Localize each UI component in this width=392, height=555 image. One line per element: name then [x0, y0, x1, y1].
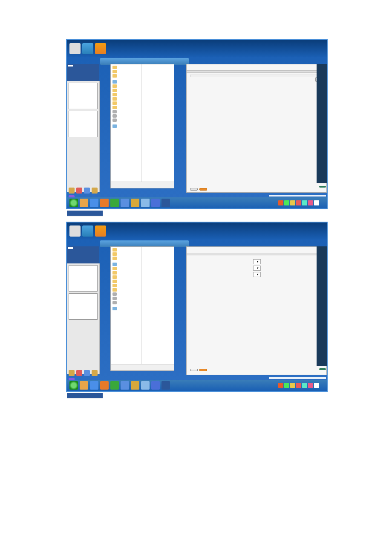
next-button[interactable] — [199, 188, 207, 191]
tray-icon[interactable] — [284, 200, 289, 205]
tree-pc-item[interactable] — [112, 118, 141, 122]
taskbar-app-icon[interactable] — [141, 199, 150, 207]
tray-icon[interactable] — [314, 383, 319, 388]
word-tab-insert[interactable] — [79, 65, 84, 66]
taskbar-app-icon[interactable] — [151, 199, 160, 207]
tree-pc-item[interactable] — [112, 105, 141, 110]
taskbar-app-icon[interactable] — [121, 199, 129, 207]
drive-select[interactable]: ▾ — [253, 259, 261, 264]
tree-pc-item[interactable] — [112, 292, 141, 296]
tree-pc-item[interactable] — [112, 110, 141, 114]
taskbar — [67, 380, 327, 391]
tree-pc-item[interactable] — [112, 271, 141, 275]
doc-number — [67, 216, 103, 217]
tray-icon[interactable] — [314, 200, 319, 205]
taskbar-app-icon[interactable] — [110, 381, 119, 390]
tray-icon[interactable] — [296, 200, 301, 205]
file-explorer — [110, 246, 174, 371]
ie-icon[interactable] — [82, 43, 93, 54]
tree-pc-item[interactable] — [112, 114, 141, 118]
firefox-icon[interactable] — [95, 43, 106, 54]
location-path — [257, 77, 314, 82]
firefox-icon[interactable] — [95, 225, 106, 237]
chevron-down-icon: ▾ — [257, 266, 259, 270]
tree-pc-item[interactable] — [112, 88, 141, 92]
server-version-badge — [319, 365, 326, 371]
taskbar-app-icon[interactable] — [131, 381, 139, 390]
tree-pc-item[interactable] — [112, 266, 141, 271]
tree-desktop[interactable] — [112, 248, 141, 252]
word-tab-file[interactable] — [68, 247, 73, 249]
tree-pc-item[interactable] — [112, 296, 141, 301]
back-button[interactable] — [190, 188, 198, 191]
tree-pc-item[interactable] — [112, 84, 141, 88]
dock-icon[interactable] — [69, 225, 81, 237]
dock-icon[interactable] — [69, 43, 81, 54]
taskbar-app-icon[interactable] — [121, 381, 129, 390]
drive-select[interactable]: ▾ — [253, 266, 261, 271]
word-tab-home[interactable] — [73, 65, 78, 66]
tray-icon[interactable] — [290, 383, 295, 388]
tree-pc-item[interactable] — [112, 101, 141, 105]
tree-downloads[interactable] — [112, 252, 141, 256]
word-tab-home[interactable] — [73, 247, 78, 249]
tool-icon[interactable] — [92, 188, 98, 194]
explorer-statusbar — [111, 182, 174, 188]
start-button[interactable] — [69, 381, 78, 390]
tree-thispc[interactable] — [112, 80, 141, 84]
tree-pc-item[interactable] — [112, 92, 141, 97]
taskbar-app-icon[interactable] — [141, 381, 150, 390]
document-thumbnail — [69, 293, 98, 320]
taskbar-explorer-icon[interactable] — [80, 381, 88, 390]
tree-thispc[interactable] — [112, 262, 141, 266]
taskbar-word-icon[interactable] — [161, 381, 170, 390]
taskbar-app-icon[interactable] — [131, 199, 139, 207]
next-button[interactable] — [199, 369, 207, 371]
start-button[interactable] — [69, 199, 78, 207]
word-tab-file[interactable] — [68, 65, 73, 66]
tool-icon[interactable] — [76, 370, 82, 376]
counter-badge — [319, 368, 326, 370]
tree-desktop[interactable] — [112, 65, 141, 69]
tree-network[interactable] — [112, 306, 141, 311]
ie-icon[interactable] — [82, 225, 93, 237]
tree-pc-item[interactable] — [112, 288, 141, 292]
tree-pc-item[interactable] — [112, 301, 141, 305]
tool-icon[interactable] — [84, 188, 90, 194]
tree-recent[interactable] — [112, 74, 141, 78]
tray-icon[interactable] — [284, 383, 289, 388]
tool-icon[interactable] — [69, 188, 75, 194]
tray-icon[interactable] — [278, 383, 283, 388]
tool-icon[interactable] — [76, 188, 82, 194]
taskbar-app-icon[interactable] — [100, 199, 109, 207]
tray-icon[interactable] — [302, 200, 307, 205]
back-button[interactable] — [190, 369, 198, 371]
tree-pc-item[interactable] — [112, 283, 141, 288]
tree-pc-item[interactable] — [112, 275, 141, 279]
tray-icon[interactable] — [302, 383, 307, 388]
word-tab-insert[interactable] — [79, 247, 84, 249]
taskbar-app-icon[interactable] — [100, 381, 109, 390]
taskbar-ie-icon[interactable] — [90, 381, 98, 390]
taskbar-explorer-icon[interactable] — [80, 199, 88, 207]
tree-pc-item[interactable] — [112, 97, 141, 101]
tray-icon[interactable] — [308, 383, 313, 388]
taskbar-app-icon[interactable] — [151, 381, 160, 390]
tray-icon[interactable] — [296, 383, 301, 388]
drive-select[interactable]: ▾ — [253, 272, 261, 277]
tree-pc-item[interactable] — [112, 279, 141, 283]
tool-icon[interactable] — [84, 370, 90, 376]
tool-icon[interactable] — [92, 370, 98, 376]
tree-recent[interactable] — [112, 256, 141, 260]
tray-icon[interactable] — [278, 200, 283, 205]
taskbar-ie-icon[interactable] — [90, 199, 98, 207]
taskbar-app-icon[interactable] — [110, 199, 119, 207]
tray-icon[interactable] — [308, 200, 313, 205]
server-version-badge — [319, 183, 326, 189]
taskbar-word-icon[interactable] — [161, 199, 170, 207]
tree-network[interactable] — [112, 124, 141, 128]
tool-icon[interactable] — [69, 370, 75, 376]
col-location — [258, 75, 323, 77]
tree-downloads[interactable] — [112, 69, 141, 74]
tray-icon[interactable] — [290, 200, 295, 205]
